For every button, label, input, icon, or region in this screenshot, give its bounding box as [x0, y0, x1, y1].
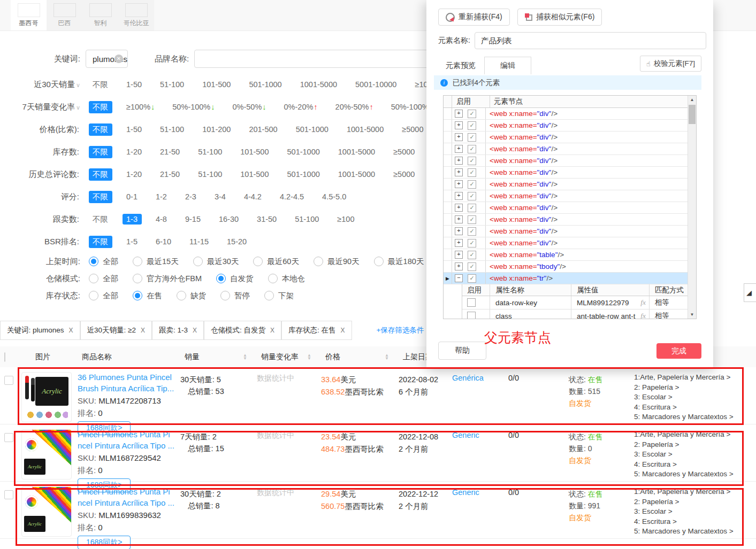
radio-icon[interactable] — [133, 257, 142, 266]
category-link[interactable]: 2: Papelería > — [634, 383, 734, 393]
filter-option[interactable]: 21-50 — [156, 146, 184, 157]
filter-option[interactable]: 6-10 — [152, 236, 175, 247]
tree-node-row[interactable]: + ✓ <web x:name="div" /> — [444, 214, 696, 226]
filter-option[interactable]: 1001-5000 — [296, 79, 341, 90]
node-enabled-checkbox[interactable]: ✓ — [468, 227, 476, 236]
filter-option[interactable]: 不限 — [89, 79, 112, 91]
filter-option[interactable]: 0-1 — [123, 191, 142, 202]
filter-option[interactable]: 4-4.2 — [240, 191, 266, 202]
filter-option[interactable]: 50%-100%↓ — [169, 102, 218, 112]
element-name-input[interactable]: 产品列表 — [475, 32, 706, 49]
attr-enabled-checkbox[interactable] — [467, 298, 476, 307]
radio-icon[interactable] — [220, 291, 230, 300]
node-enabled-checkbox[interactable]: ✓ — [468, 262, 476, 271]
applied-filter-tag[interactable]: 仓储模式: 自发货X — [204, 321, 281, 340]
filter-option[interactable]: 1001-5000 — [343, 124, 388, 135]
applied-filter-tag[interactable]: 库存状态: 在售X — [281, 321, 352, 340]
radio-option[interactable]: 官方海外仓FBM — [133, 274, 202, 284]
radio-icon[interactable] — [133, 291, 142, 300]
node-enabled-checkbox[interactable]: ✓ — [468, 110, 476, 118]
expand-toggle-icon[interactable]: + — [455, 157, 463, 165]
filter-option[interactable]: 51-100 — [291, 214, 323, 225]
filter-option[interactable]: 501-1000 — [284, 169, 324, 180]
marketplace-tab[interactable]: 哥伦比亚 — [118, 0, 154, 30]
same-1688-button[interactable]: 1688同款> — [78, 536, 131, 549]
filter-option[interactable]: 不限 — [89, 123, 112, 136]
category-link[interactable]: 3: Escolar > — [634, 392, 734, 403]
filter-option[interactable]: 101-200 — [198, 124, 235, 135]
product-image[interactable]: Acrylic Acrylic — [21, 486, 72, 537]
node-enabled-checkbox[interactable]: ✓ — [468, 145, 476, 153]
radio-icon[interactable] — [89, 257, 98, 266]
product-title-link[interactable]: Pincel Plumones Punta Pincel Pintura Acr… — [78, 487, 174, 507]
product-image[interactable]: Acrylic Acrylic — [21, 429, 72, 480]
attr-match-mode[interactable]: 相等 — [650, 296, 689, 309]
filter-option[interactable]: 1-3 — [123, 214, 142, 225]
filter-option[interactable]: 20%-50%↑ — [332, 102, 377, 112]
tree-node-row[interactable]: + ✓ <web x:name="div" /> — [444, 155, 696, 167]
tree-node-row[interactable]: + ✓ <web x:name="div" /> — [444, 143, 696, 155]
filter-option[interactable]: 1001-5000 — [334, 169, 379, 180]
recapture-button[interactable]: 重新捕获(F4) — [438, 9, 510, 26]
tree-node-row[interactable]: + ✓ <web x:name="div" /> — [444, 120, 696, 132]
category-link[interactable]: 4: Escritura > — [634, 517, 734, 527]
expand-toggle-icon[interactable]: + — [455, 145, 463, 153]
node-enabled-checkbox[interactable]: ✓ — [468, 121, 476, 130]
node-enabled-checkbox[interactable]: ✓ — [468, 204, 476, 212]
filter-option[interactable]: 3-4 — [211, 191, 230, 202]
attr-value[interactable]: MLM899122979fx — [571, 296, 650, 309]
brand-link[interactable]: Genérica — [452, 374, 484, 382]
radio-option[interactable]: 全部 — [89, 291, 118, 301]
filter-option[interactable]: 不限 — [89, 101, 112, 113]
verify-element-button[interactable]: ☝ 校验元素[F7] — [640, 56, 701, 72]
scroll-up-icon[interactable]: ▲ — [688, 96, 696, 104]
radio-icon[interactable] — [314, 257, 323, 266]
expand-toggle-icon[interactable]: + — [455, 239, 463, 247]
filter-option[interactable]: 1001-5000 — [334, 146, 379, 157]
filter-option[interactable]: 0%-20%↑ — [280, 102, 322, 112]
radio-option[interactable]: 暂停 — [220, 291, 250, 301]
remove-tag-icon[interactable]: X — [193, 327, 197, 334]
tree-node-row[interactable]: + ✓ <web x:name="div" /> — [444, 202, 696, 214]
filter-option[interactable]: ≥5000 — [390, 169, 419, 180]
expand-toggle-icon[interactable]: + — [455, 180, 463, 188]
filter-option[interactable]: 101-500 — [236, 146, 273, 157]
category-link[interactable]: 5: Marcadores y Marcatextos > — [634, 469, 734, 480]
filter-option[interactable]: 201-500 — [245, 124, 281, 135]
radio-option[interactable]: 最近15天 — [133, 257, 179, 267]
attr-value[interactable]: ant-table-row ant-tfx — [571, 310, 650, 319]
fx-expression-icon[interactable]: fx — [640, 312, 646, 319]
tab-element-preview[interactable]: 元素预览 — [437, 57, 484, 74]
radio-icon[interactable] — [374, 257, 384, 266]
column-header[interactable]: 商品名称 ▲▼ — [82, 352, 185, 362]
tab-edit[interactable]: 编辑 — [484, 57, 531, 74]
radio-option[interactable]: 本地仓 — [268, 274, 306, 284]
expand-toggle-icon[interactable]: + — [455, 227, 463, 235]
column-header[interactable]: 价格 ▲▼ — [325, 352, 403, 362]
node-enabled-checkbox[interactable]: ✓ — [468, 133, 476, 142]
radio-option[interactable]: 最近180天 — [374, 257, 424, 267]
filter-option[interactable]: 31-50 — [253, 214, 281, 225]
node-enabled-checkbox[interactable]: ✓ — [468, 192, 476, 200]
radio-option[interactable]: 下架 — [264, 291, 294, 301]
brand-link[interactable]: Generic — [452, 488, 479, 497]
category-link[interactable]: 1:Arte, Papelería y Mercería > — [634, 430, 734, 440]
filter-option[interactable]: ≥5000 — [398, 124, 427, 135]
radio-option[interactable]: 在售 — [133, 291, 162, 301]
tree-node-row[interactable]: + ✓ <web x:name="div" /> — [444, 108, 696, 120]
expand-toggle-icon[interactable]: + — [455, 192, 463, 200]
column-header[interactable]: 图片 ▲▼ — [26, 352, 82, 362]
filter-option[interactable]: ≥100 — [333, 214, 358, 225]
tree-node-row[interactable]: + ✓ <web x:name="div" /> — [444, 167, 696, 179]
filter-option[interactable]: 2-3 — [181, 191, 201, 202]
tree-scrollbar[interactable]: ▲ ▼ — [688, 96, 696, 319]
filter-option[interactable]: 0%-50%↓ — [228, 102, 270, 112]
marketplace-tab[interactable]: 巴西 — [47, 0, 82, 30]
sort-icon[interactable]: ▲▼ — [243, 354, 247, 360]
category-link[interactable]: 3: Escolar > — [634, 507, 734, 517]
column-header[interactable]: 销量变化率 ▲▼ — [261, 352, 325, 362]
filter-option[interactable]: ≥100%↓ — [123, 102, 158, 112]
expand-toggle-icon[interactable]: + — [455, 215, 463, 223]
tree-node-row[interactable]: + ✓ <web x:name="div" /> — [444, 237, 696, 249]
radio-icon[interactable] — [216, 274, 226, 283]
